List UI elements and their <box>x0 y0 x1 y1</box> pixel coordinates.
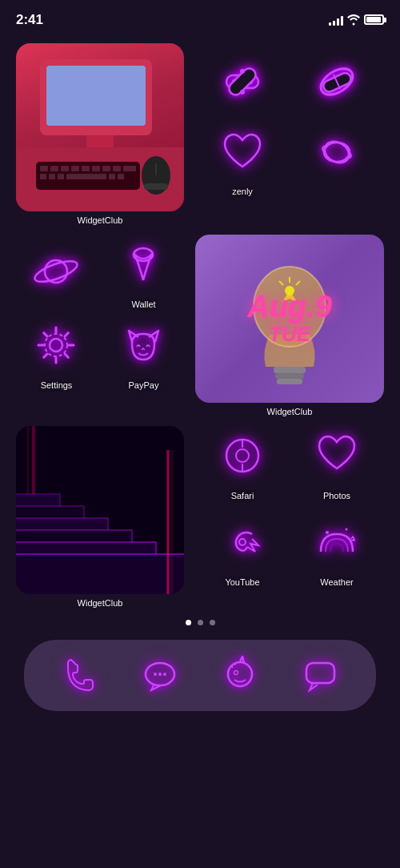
svg-point-78 <box>239 539 246 545</box>
dock-phone[interactable] <box>54 649 106 701</box>
svg-point-84 <box>163 673 166 676</box>
svg-rect-23 <box>144 183 168 190</box>
svg-rect-20 <box>118 174 124 179</box>
svg-rect-11 <box>92 166 100 171</box>
svg-rect-4 <box>72 147 128 154</box>
pill-app[interactable] <box>307 51 367 111</box>
photos-label: Photos <box>323 491 350 500</box>
svg-rect-57 <box>16 530 132 542</box>
dock-messages[interactable] <box>134 649 186 701</box>
weather-app[interactable]: Weather <box>307 512 367 587</box>
widgetclub-label-1: WidgetClub <box>78 215 123 225</box>
svg-point-79 <box>326 531 329 534</box>
dock-unicorn[interactable] <box>214 649 266 701</box>
svg-rect-59 <box>16 506 84 518</box>
svg-point-30 <box>240 69 245 74</box>
weather-label: Weather <box>320 577 353 587</box>
svg-rect-10 <box>82 166 90 171</box>
svg-rect-15 <box>40 174 46 179</box>
candy-app[interactable] <box>307 122 367 182</box>
settings-label: Settings <box>41 380 73 390</box>
svg-rect-45 <box>275 373 304 379</box>
dot-2[interactable] <box>198 620 203 625</box>
status-time: 2:41 <box>16 12 43 28</box>
svg-rect-9 <box>71 166 79 171</box>
svg-point-80 <box>345 528 347 531</box>
svg-point-83 <box>158 673 162 676</box>
svg-point-39 <box>33 257 80 286</box>
status-bar: 2:41 <box>0 0 400 35</box>
svg-point-31 <box>240 90 245 94</box>
paypay-label: PayPay <box>129 380 159 390</box>
page-dots <box>16 620 384 625</box>
svg-rect-13 <box>113 166 121 171</box>
dot-1[interactable] <box>186 620 191 625</box>
zenly-label: zenly <box>232 187 253 196</box>
widget-date: Aug.9 <box>247 291 332 322</box>
svg-rect-60 <box>16 494 60 506</box>
svg-rect-19 <box>109 174 115 179</box>
svg-rect-55 <box>16 554 184 594</box>
svg-point-86 <box>234 671 238 675</box>
widget-day: TUE <box>247 322 332 347</box>
svg-rect-44 <box>274 367 306 373</box>
svg-rect-58 <box>16 518 108 530</box>
svg-point-82 <box>154 673 157 676</box>
svg-point-42 <box>45 334 67 356</box>
dot-3[interactable] <box>210 620 215 625</box>
svg-rect-8 <box>61 166 69 171</box>
svg-rect-12 <box>102 166 110 171</box>
safari-label: Safari <box>231 491 254 500</box>
wallet-label: Wallet <box>131 299 155 309</box>
widgetclub-label-2: WidgetClub <box>267 407 313 416</box>
zenly-app[interactable]: zenly <box>213 122 273 196</box>
svg-point-75 <box>236 449 249 462</box>
widgetclub-label-3: WidgetClub <box>78 598 123 608</box>
widget-club-1[interactable]: WidgetClub <box>16 43 184 225</box>
dock-speech[interactable] <box>294 649 346 701</box>
svg-rect-16 <box>49 174 55 179</box>
wifi-icon <box>347 14 360 26</box>
svg-rect-17 <box>58 174 64 179</box>
battery-icon <box>364 14 384 25</box>
home-screen: WidgetClub <box>0 35 400 711</box>
svg-rect-18 <box>66 174 106 179</box>
paypay-app[interactable]: PayPay <box>103 315 184 390</box>
signal-icon <box>329 14 343 26</box>
dock <box>24 640 376 711</box>
widget-club-3[interactable]: WidgetClub <box>16 426 184 608</box>
settings-app[interactable]: Settings <box>16 315 97 390</box>
planet-app[interactable] <box>16 235 97 309</box>
youtube-label: YouTube <box>225 577 259 587</box>
svg-point-36 <box>324 143 350 162</box>
svg-point-41 <box>50 339 62 352</box>
svg-rect-87 <box>306 663 334 683</box>
svg-rect-2 <box>46 66 146 126</box>
bandage-app[interactable] <box>213 51 273 111</box>
svg-rect-7 <box>50 166 58 171</box>
svg-rect-46 <box>277 379 302 384</box>
wallet-app[interactable]: Wallet <box>103 235 184 309</box>
svg-rect-6 <box>40 166 48 171</box>
youtube-app[interactable]: YouTube <box>213 512 273 587</box>
photos-app[interactable]: Photos <box>307 426 367 500</box>
safari-app[interactable]: Safari <box>213 426 273 500</box>
widget-club-2[interactable]: Aug.9 TUE WidgetClub <box>195 235 384 416</box>
svg-rect-14 <box>123 166 136 171</box>
svg-point-37 <box>321 137 353 167</box>
svg-rect-56 <box>16 542 156 554</box>
status-icons <box>329 14 384 26</box>
